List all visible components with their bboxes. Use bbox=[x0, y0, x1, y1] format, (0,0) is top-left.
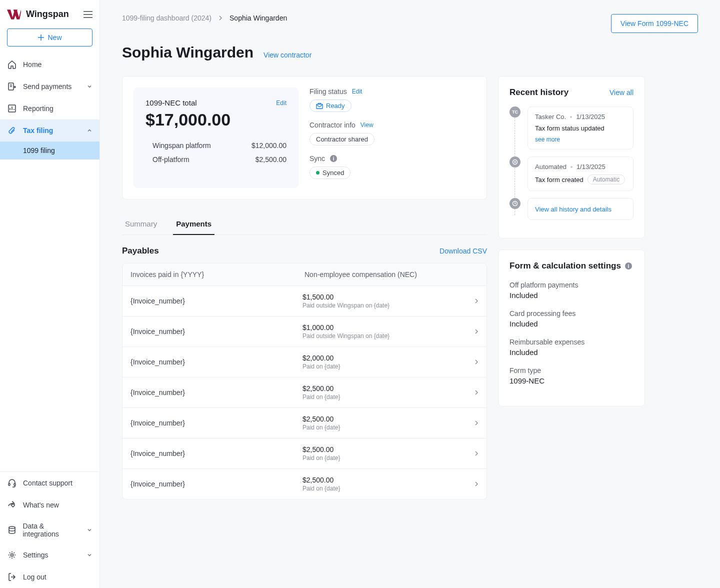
total-row-value: $12,000.00 bbox=[252, 142, 286, 150]
chevron-right-icon bbox=[474, 481, 478, 487]
tabs: Summary Payments bbox=[122, 214, 487, 235]
total-label: 1099-NEC total bbox=[146, 98, 197, 107]
table-head: Invoices paid in {YYYY} Non-employee com… bbox=[122, 264, 486, 286]
setting-value: 1099-NEC bbox=[510, 376, 634, 385]
svg-rect-2 bbox=[8, 484, 10, 486]
automatic-pill: Automatic bbox=[588, 174, 625, 184]
sidebar-item-tax-filing[interactable]: Tax filing bbox=[0, 120, 100, 142]
invoice-number: {Invoice_number} bbox=[130, 480, 302, 488]
timeline-date: 1/13/2025 bbox=[576, 163, 606, 170]
sidebar-item-reporting[interactable]: Reporting bbox=[0, 98, 100, 120]
row-sub: Paid on {date} bbox=[302, 363, 474, 370]
chevron-down-icon bbox=[86, 84, 92, 90]
chevron-right-icon bbox=[474, 450, 478, 456]
setting-value: Included bbox=[510, 291, 634, 300]
row-sub: Paid outside Wingspan on {date} bbox=[302, 332, 474, 340]
setting-row: Form type 1099-NEC bbox=[510, 366, 634, 385]
sidebar-item-label: 1099 filing bbox=[23, 146, 55, 154]
plus-icon bbox=[38, 34, 44, 41]
timeline-item: Automated 1/13/2025 Tax form created Aut… bbox=[510, 156, 634, 191]
new-button[interactable]: New bbox=[7, 28, 92, 46]
total-row-value: $2,500.00 bbox=[256, 156, 286, 164]
svg-rect-7 bbox=[316, 104, 322, 108]
view-contractor-info-link[interactable]: View bbox=[360, 122, 374, 128]
sync-group: Sync i Synced bbox=[310, 154, 476, 179]
sync-pill: Synced bbox=[310, 166, 350, 179]
timeline-who: Automated bbox=[535, 163, 566, 170]
sidebar-item-log-out[interactable]: Log out bbox=[0, 566, 100, 588]
total-row-label: Off-platform bbox=[152, 156, 190, 164]
timeline: TC Tasker Co. 1/13/2025 Tax form status … bbox=[510, 106, 634, 220]
info-icon[interactable]: i bbox=[625, 262, 632, 270]
table-row[interactable]: {Invoice_number} $2,500.00 Paid on {date… bbox=[122, 468, 486, 499]
table-row[interactable]: {Invoice_number} $2,000.00 Paid on {date… bbox=[122, 346, 486, 377]
sidebar-item-home[interactable]: Home bbox=[0, 54, 100, 76]
table-row[interactable]: {Invoice_number} $2,500.00 Paid on {date… bbox=[122, 408, 486, 438]
status-dot-icon bbox=[316, 171, 320, 174]
setting-label: Reimbursable expenses bbox=[510, 338, 634, 346]
setting-value: Included bbox=[510, 320, 634, 328]
timeline-item: TC Tasker Co. 1/13/2025 Tax form status … bbox=[510, 106, 634, 150]
attachment-icon bbox=[7, 126, 17, 136]
chevron-right-icon bbox=[474, 328, 478, 334]
sidebar-item-whats-new[interactable]: What's new bbox=[0, 494, 100, 516]
status-column: Filing status Edit Ready Contractor info… bbox=[310, 88, 476, 188]
view-all-history-details-link[interactable]: View all history and details bbox=[535, 206, 612, 213]
payables-table: Invoices paid in {YYYY} Non-employee com… bbox=[122, 263, 487, 500]
table-row[interactable]: {Invoice_number} $2,500.00 Paid on {date… bbox=[122, 377, 486, 408]
invoice-number: {Invoice_number} bbox=[130, 419, 302, 427]
timeline-view-all-card[interactable]: View all history and details bbox=[528, 198, 634, 220]
edit-filing-link[interactable]: Edit bbox=[352, 88, 362, 95]
chevron-right-icon bbox=[218, 16, 222, 20]
tab-summary[interactable]: Summary bbox=[122, 214, 160, 234]
setting-row: Off platform payments Included bbox=[510, 281, 634, 300]
sidebar-item-settings[interactable]: Settings bbox=[0, 544, 100, 566]
info-icon[interactable]: i bbox=[330, 155, 337, 162]
breadcrumb-root[interactable]: 1099-filing dashboard (2024) bbox=[122, 14, 212, 22]
edit-total-link[interactable]: Edit bbox=[276, 100, 286, 106]
col-nec: Non-employee compensation (NEC) bbox=[304, 270, 478, 278]
timeline-who: Tasker Co. bbox=[535, 113, 566, 120]
invoice-number: {Invoice_number} bbox=[130, 388, 302, 396]
svg-point-6 bbox=[11, 554, 14, 556]
svg-point-5 bbox=[9, 526, 15, 528]
table-row[interactable]: {Invoice_number} $1,000.00 Paid outside … bbox=[122, 316, 486, 346]
contractor-info-group: Contractor info View Contractor shared bbox=[310, 121, 476, 146]
sidebar-item-label: Log out bbox=[23, 573, 46, 581]
chevron-right-icon bbox=[474, 420, 478, 426]
timeline-card: Automated 1/13/2025 Tax form created Aut… bbox=[528, 156, 634, 191]
timeline-card: Tasker Co. 1/13/2025 Tax form status upd… bbox=[528, 106, 634, 150]
menu-icon[interactable] bbox=[84, 11, 92, 18]
sidebar-item-label: Data & integrations bbox=[22, 522, 80, 538]
chevron-down-icon bbox=[86, 552, 92, 558]
sidebar-header: Wingspan bbox=[0, 0, 100, 28]
sidebar-item-send-payments[interactable]: Send payments bbox=[0, 76, 100, 98]
view-all-history-link[interactable]: View all bbox=[610, 88, 634, 96]
setting-row: Reimbursable expenses Included bbox=[510, 338, 634, 356]
svg-point-4 bbox=[12, 504, 14, 504]
sidebar-item-data-integrations[interactable]: Data & integrations bbox=[0, 516, 100, 544]
sidebar-item-contact-support[interactable]: Contact support bbox=[0, 472, 100, 494]
see-more-link[interactable]: see more bbox=[535, 136, 560, 143]
payables-head: Payables Download CSV bbox=[122, 246, 487, 256]
page-title: Sophia Wingarden bbox=[122, 44, 254, 61]
dot-separator-icon bbox=[570, 116, 572, 118]
timeline-item: View all history and details bbox=[510, 198, 634, 220]
timeline-clock-icon bbox=[510, 198, 520, 209]
download-csv-link[interactable]: Download CSV bbox=[440, 247, 487, 255]
view-contractor-link[interactable]: View contractor bbox=[264, 51, 312, 59]
tab-payments[interactable]: Payments bbox=[173, 214, 214, 235]
view-form-button[interactable]: View Form 1099-NEC bbox=[611, 14, 698, 33]
timeline-text: Tax form created bbox=[535, 176, 584, 184]
table-row[interactable]: {Invoice_number} $2,500.00 Paid on {date… bbox=[122, 438, 486, 468]
logo-text: Wingspan bbox=[26, 9, 69, 20]
table-row[interactable]: {Invoice_number} $1,500.00 Paid outside … bbox=[122, 286, 486, 316]
invoice-number: {Invoice_number} bbox=[130, 450, 302, 458]
sync-label: Sync bbox=[310, 154, 325, 162]
row-amount: $1,500.00 bbox=[302, 293, 474, 301]
setting-row: Card processing fees Included bbox=[510, 310, 634, 328]
settings-card: Form & calculation settings i Off platfo… bbox=[498, 250, 645, 406]
database-icon bbox=[7, 525, 16, 535]
sidebar-item-1099-filing[interactable]: 1099 filing bbox=[0, 142, 100, 160]
total-row-platform: Wingspan platform $12,000.00 bbox=[146, 138, 286, 152]
